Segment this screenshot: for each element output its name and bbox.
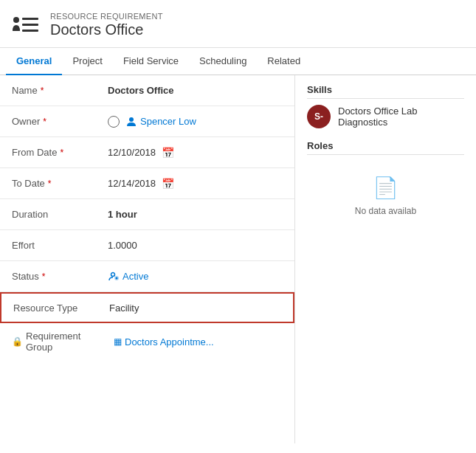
to-date-row-inner: 12/14/2018 📅 bbox=[108, 178, 283, 190]
tab-bar: General Project Field Service Scheduling… bbox=[0, 48, 476, 75]
req-group-label: 🔒 Requirement Group bbox=[12, 331, 108, 353]
duration-label: Duration bbox=[12, 209, 108, 220]
header-title: Doctors Office bbox=[50, 21, 163, 38]
owner-label: Owner * bbox=[12, 116, 108, 127]
from-date-row: From Date * 12/10/2018 📅 bbox=[0, 137, 294, 168]
duration-row: Duration 1 hour bbox=[0, 199, 294, 230]
from-date-label: From Date * bbox=[12, 147, 108, 158]
to-date-required: * bbox=[48, 179, 52, 189]
from-date-text[interactable]: 12/10/2018 bbox=[108, 147, 156, 158]
name-required: * bbox=[41, 86, 44, 96]
to-date-label: To Date * bbox=[12, 178, 108, 189]
grid-icon: ▦ bbox=[114, 336, 122, 347]
name-label: Name * bbox=[12, 85, 108, 96]
lock-icon: 🔒 bbox=[12, 336, 23, 347]
effort-value[interactable]: 1.0000 bbox=[108, 240, 283, 251]
to-date-value: 12/14/2018 📅 bbox=[108, 178, 283, 190]
no-data-text: No data availab bbox=[355, 206, 416, 216]
resource-type-row: Resource Type Facility bbox=[0, 292, 294, 323]
svg-rect-2 bbox=[22, 30, 38, 32]
svg-point-4 bbox=[129, 117, 134, 122]
content-area: Name * Doctors Office Owner * Spencer Lo… bbox=[0, 75, 476, 443]
effort-row: Effort 1.0000 bbox=[0, 230, 294, 261]
svg-rect-0 bbox=[22, 18, 38, 20]
owner-required: * bbox=[43, 117, 46, 127]
svg-rect-1 bbox=[22, 24, 38, 26]
svg-point-7 bbox=[116, 277, 118, 279]
skills-title: Skills bbox=[307, 84, 464, 99]
status-icon bbox=[108, 271, 120, 283]
from-date-value: 12/10/2018 📅 bbox=[108, 147, 283, 159]
tab-scheduling[interactable]: Scheduling bbox=[189, 48, 257, 75]
name-value[interactable]: Doctors Office bbox=[108, 85, 283, 96]
name-row: Name * Doctors Office bbox=[0, 75, 294, 106]
form-panel: Name * Doctors Office Owner * Spencer Lo… bbox=[0, 75, 295, 443]
person-icon bbox=[125, 116, 137, 128]
svg-point-3 bbox=[13, 17, 19, 23]
to-date-calendar-icon[interactable]: 📅 bbox=[162, 178, 174, 190]
from-date-calendar-icon[interactable]: 📅 bbox=[162, 147, 174, 159]
owner-value[interactable]: Spencer Low bbox=[108, 116, 283, 128]
duration-value[interactable]: 1 hour bbox=[108, 209, 283, 220]
no-data-icon: 📄 bbox=[373, 176, 399, 200]
tab-related[interactable]: Related bbox=[257, 48, 311, 75]
status-label: Status * bbox=[12, 271, 108, 282]
from-date-row-inner: 12/10/2018 📅 bbox=[108, 147, 283, 159]
header-subtitle: RESOURCE REQUIREMENT bbox=[50, 12, 163, 21]
tab-field-service[interactable]: Field Service bbox=[113, 48, 189, 75]
req-group-value[interactable]: ▦ Doctors Appointme... bbox=[114, 336, 214, 347]
right-panel: Skills S- Doctors Office Lab Diagnostics… bbox=[295, 75, 476, 443]
skills-section: Skills S- Doctors Office Lab Diagnostics bbox=[307, 84, 464, 128]
status-value[interactable]: Active bbox=[108, 271, 283, 283]
skill-name[interactable]: Doctors Office Lab Diagnostics bbox=[338, 106, 464, 128]
tab-general[interactable]: General bbox=[6, 48, 62, 75]
svg-point-5 bbox=[111, 272, 115, 276]
header-text: RESOURCE REQUIREMENT Doctors Office bbox=[50, 12, 163, 38]
to-date-row: To Date * 12/14/2018 📅 bbox=[0, 168, 294, 199]
effort-label: Effort bbox=[12, 240, 108, 251]
roles-title: Roles bbox=[307, 140, 464, 155]
from-date-required: * bbox=[60, 148, 63, 158]
skill-avatar: S- bbox=[307, 105, 331, 128]
status-row: Status * Active bbox=[0, 261, 294, 292]
resource-type-label: Resource Type bbox=[13, 302, 109, 314]
skill-item: S- Doctors Office Lab Diagnostics bbox=[307, 105, 464, 128]
page-header: RESOURCE REQUIREMENT Doctors Office bbox=[0, 0, 476, 48]
tab-project[interactable]: Project bbox=[62, 48, 112, 75]
req-group-row: 🔒 Requirement Group ▦ Doctors Appointme.… bbox=[0, 323, 294, 360]
resource-type-value[interactable]: Facility bbox=[109, 302, 281, 314]
roles-no-data: 📄 No data availab bbox=[307, 161, 464, 231]
roles-section: Roles 📄 No data availab bbox=[307, 140, 464, 231]
status-required: * bbox=[42, 272, 46, 282]
owner-row: Owner * Spencer Low bbox=[0, 106, 294, 137]
owner-circle-icon bbox=[108, 116, 120, 128]
to-date-text[interactable]: 12/14/2018 bbox=[108, 178, 156, 189]
resource-requirement-icon bbox=[12, 10, 41, 40]
